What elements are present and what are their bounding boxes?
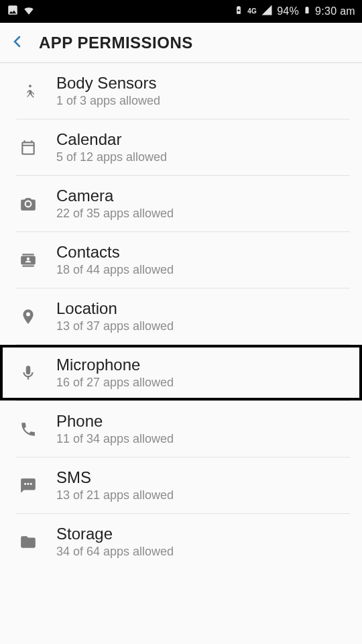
permission-item-calendar[interactable]: Calendar 5 of 12 apps allowed — [0, 119, 362, 175]
page-title: APP PERMISSIONS — [39, 34, 193, 52]
permission-subtitle: 16 of 27 apps allowed — [56, 376, 362, 390]
clock-label: 9:30 am — [315, 5, 355, 17]
status-left — [7, 4, 35, 19]
phone-icon — [0, 421, 56, 438]
permission-title: SMS — [56, 468, 362, 487]
image-icon — [7, 4, 19, 19]
location-icon — [0, 308, 56, 325]
permission-title: Phone — [56, 412, 362, 431]
sms-icon — [0, 477, 56, 494]
status-bar: 4G 94% 9:30 am — [0, 0, 362, 23]
storage-icon — [0, 533, 56, 551]
permission-title: Contacts — [56, 243, 362, 262]
permission-title: Body Sensors — [56, 74, 362, 93]
running-icon — [0, 83, 56, 100]
permission-subtitle: 5 of 12 apps allowed — [56, 150, 362, 164]
permission-subtitle: 11 of 34 apps allowed — [56, 432, 362, 446]
back-button[interactable] — [9, 34, 25, 52]
permission-item-running[interactable]: Body Sensors 1 of 3 apps allowed — [0, 63, 362, 119]
mic-icon — [0, 364, 56, 382]
status-right: 4G 94% 9:30 am — [234, 4, 355, 19]
permission-item-phone[interactable]: Phone 11 of 34 apps allowed — [0, 401, 362, 457]
permission-item-camera[interactable]: Camera 22 of 35 apps allowed — [0, 176, 362, 231]
permission-item-mic[interactable]: Microphone 16 of 27 apps allowed — [0, 345, 362, 400]
battery-icon — [303, 4, 311, 19]
permission-item-sms[interactable]: SMS 13 of 21 apps allowed — [0, 458, 362, 513]
network-type-badge: 4G — [247, 8, 257, 15]
permission-title: Storage — [56, 525, 362, 543]
permission-item-location[interactable]: Location 13 of 37 apps allowed — [0, 288, 362, 344]
battery-pct-label: 94% — [277, 5, 299, 17]
signal-icon — [261, 4, 273, 19]
permission-title: Microphone — [56, 356, 362, 374]
app-bar: APP PERMISSIONS — [0, 23, 362, 63]
permission-title: Calendar — [56, 130, 362, 149]
camera-icon — [0, 195, 56, 213]
permission-title: Camera — [56, 186, 362, 205]
permission-item-storage[interactable]: Storage 34 of 64 apps allowed — [0, 514, 362, 570]
permission-subtitle: 13 of 37 apps allowed — [56, 319, 362, 333]
battery-saver-icon — [234, 4, 243, 19]
permission-subtitle: 1 of 3 apps allowed — [56, 94, 362, 108]
permission-item-contacts[interactable]: Contacts 18 of 44 apps allowed — [0, 232, 362, 288]
permission-subtitle: 18 of 44 apps allowed — [56, 263, 362, 277]
permission-subtitle: 22 of 35 apps allowed — [56, 207, 362, 221]
calendar-icon — [0, 139, 56, 156]
permission-subtitle: 13 of 21 apps allowed — [56, 488, 362, 502]
chevron-left-icon — [9, 34, 25, 50]
contacts-icon — [0, 252, 56, 269]
permission-subtitle: 34 of 64 apps allowed — [56, 545, 362, 559]
wifi-icon — [23, 4, 35, 19]
permissions-list: Body Sensors 1 of 3 apps allowed Calenda… — [0, 63, 362, 570]
permission-title: Location — [56, 299, 362, 318]
